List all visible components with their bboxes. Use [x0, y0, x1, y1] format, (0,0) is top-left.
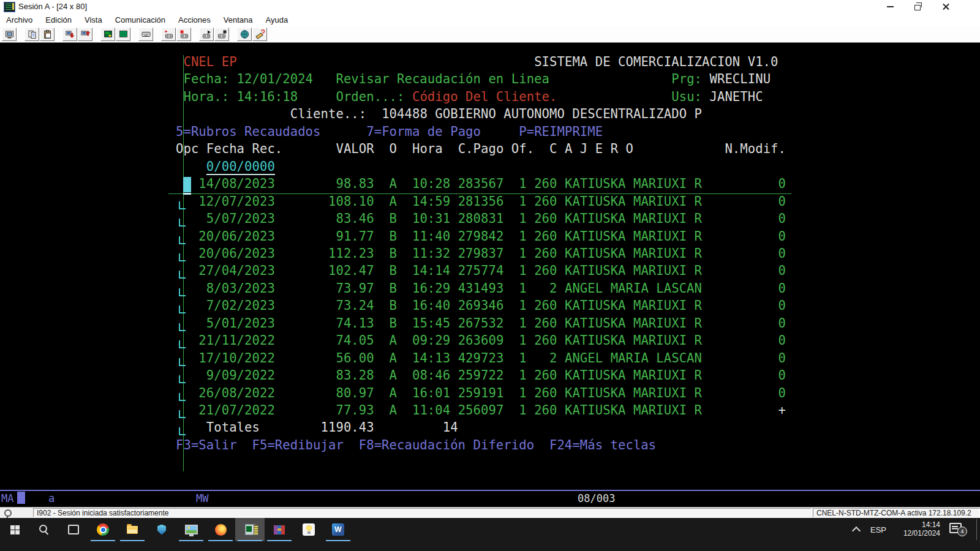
taskbar-security-shield[interactable] — [147, 518, 176, 541]
table-cell-caja: 260 — [534, 229, 557, 244]
table-cell-cpago: 259191 — [458, 386, 504, 400]
table-cell-cpago: 281356 — [458, 194, 504, 209]
table-cell-caja: 260 — [534, 298, 557, 313]
table-cell-cajero: KATIUSKA MARIUXI R — [565, 403, 702, 418]
clock[interactable]: 14:14 12/01/2024 — [891, 520, 940, 538]
taskbar: W ESP 14:14 12/01/2024 4 — [0, 518, 980, 551]
taskbar-word[interactable]: W — [323, 518, 353, 541]
help-pad-button[interactable] — [252, 28, 267, 41]
table-cell-o: A — [390, 176, 397, 191]
menu-acciones[interactable]: Acciones — [178, 15, 211, 24]
taskbar-firefox[interactable] — [206, 518, 235, 541]
title-bar: Sesión A - [24 x 80] — [0, 0, 980, 13]
opc-input-field[interactable] — [179, 201, 186, 209]
display-setup-button[interactable] — [100, 28, 115, 41]
taskbar-chrome[interactable] — [88, 518, 118, 541]
opc-input-field[interactable] — [179, 323, 186, 331]
table-cell-valor: 56.00 — [275, 351, 374, 365]
table-cell-o: A — [390, 403, 397, 418]
opc-input-field[interactable] — [179, 427, 186, 435]
terminal-session-icon — [245, 524, 255, 535]
taskbar-search[interactable] — [29, 518, 59, 541]
table-cell-oficina: 1 — [519, 229, 526, 244]
opc-input-field[interactable] — [179, 253, 186, 261]
table-cell-valor: 73.24 — [275, 298, 374, 313]
opc-input-field[interactable] — [179, 236, 186, 244]
table-cell-valor: 98.83 — [275, 176, 374, 191]
table-cell-o: A — [390, 368, 397, 383]
table-cell-cpago: 279837 — [458, 246, 504, 261]
minimize-button[interactable] — [880, 0, 900, 13]
color-setup-button[interactable] — [116, 28, 130, 41]
language-indicator[interactable]: ESP — [870, 525, 886, 534]
opc-input-field[interactable] — [179, 288, 186, 296]
menu-edicion[interactable]: Edición — [45, 15, 72, 24]
opc-input-field[interactable] — [179, 410, 186, 418]
opc-input-field[interactable] — [179, 340, 186, 348]
menu-archivo[interactable]: Archivo — [6, 15, 32, 24]
taskbar-file-explorer[interactable] — [118, 518, 147, 541]
screen-size-button[interactable] — [2, 28, 17, 41]
opc-input-field[interactable] — [179, 375, 186, 383]
play-macro-button[interactable] — [199, 28, 214, 41]
copy-button[interactable] — [24, 28, 39, 41]
table-cell-oficina: 1 — [519, 403, 526, 418]
send-file-button[interactable] — [62, 28, 77, 41]
table-cell-caja: 260 — [534, 246, 557, 261]
menu-ayuda[interactable]: Ayuda — [266, 15, 288, 24]
taskbar-winrar[interactable] — [265, 518, 294, 541]
table-cell-fecha: 20/06/2023 — [198, 229, 275, 244]
menu-vista[interactable]: Vista — [85, 15, 102, 24]
taskbar-task-view[interactable] — [59, 518, 88, 541]
screen-text: Usu: — [671, 89, 702, 104]
restore-button[interactable] — [908, 0, 927, 13]
opc-input-field[interactable] — [179, 305, 186, 313]
table-cell-o: B — [390, 263, 397, 278]
stop-play-button[interactable] — [214, 28, 229, 41]
table-cell-o: A — [390, 194, 397, 209]
menu-ventana[interactable]: Ventana — [224, 15, 253, 24]
table-cell-nmodif: 0 — [778, 316, 786, 331]
screen-text: Opc Fecha Rec. — [176, 141, 282, 156]
table-cell-cpago: 280831 — [458, 211, 504, 226]
stop-record-button[interactable] — [176, 28, 191, 41]
table-cell-nmodif: 0 — [778, 333, 786, 348]
table-cell-cajero: ANGEL MARIA LASCAN — [565, 281, 702, 296]
close-button[interactable] — [936, 0, 956, 13]
receive-file-button[interactable] — [78, 28, 92, 41]
table-cell-fecha: 21/07/2022 — [198, 403, 275, 418]
table-cell-nmodif: 0 — [778, 368, 786, 383]
table-cell-fecha: 14/08/2023 — [198, 176, 275, 191]
taskbar-apps: W — [0, 518, 353, 541]
table-cell-hora: 14:14 — [412, 263, 450, 278]
opc-input-field[interactable] — [179, 271, 186, 279]
record-macro-button[interactable] — [161, 28, 176, 41]
opc-input-field[interactable] — [179, 358, 186, 366]
table-cell-o: B — [390, 316, 397, 331]
tray-chevron-icon[interactable] — [852, 527, 861, 535]
send-file-icon — [65, 29, 75, 39]
table-cell-oficina: 1 — [519, 333, 526, 348]
oia-system-indicator: MA — [1, 492, 13, 504]
taskbar-photo-viewer[interactable] — [176, 518, 206, 541]
receive-file-icon — [80, 29, 91, 39]
paste-button[interactable] — [40, 28, 55, 41]
table-cell-fecha: 5/01/2023 — [198, 316, 275, 331]
show-desktop-divider[interactable] — [976, 519, 977, 540]
connect-globe-button[interactable] — [237, 28, 252, 41]
taskbar-start[interactable] — [0, 518, 29, 541]
screen-size-icon — [4, 29, 15, 39]
screen-text: Cliente..: — [290, 107, 367, 121]
taskbar-terminal-session[interactable] — [235, 518, 265, 541]
screen-text: 0/00/0000 — [206, 159, 275, 175]
table-cell-fecha: 5/07/2023 — [198, 211, 275, 226]
crosshair-rule-vertical — [183, 55, 184, 471]
opc-input-field[interactable] — [179, 393, 186, 401]
opc-input-field[interactable] — [179, 219, 186, 227]
ideas-app-icon — [303, 523, 315, 536]
table-cell-valor: 74.13 — [275, 316, 374, 331]
keyboard-setup-button[interactable] — [138, 28, 153, 41]
table-cell-nmodif: 0 — [778, 194, 786, 209]
menu-comunicacion[interactable]: Comunicación — [115, 15, 165, 24]
taskbar-ideas-app[interactable] — [294, 518, 323, 541]
